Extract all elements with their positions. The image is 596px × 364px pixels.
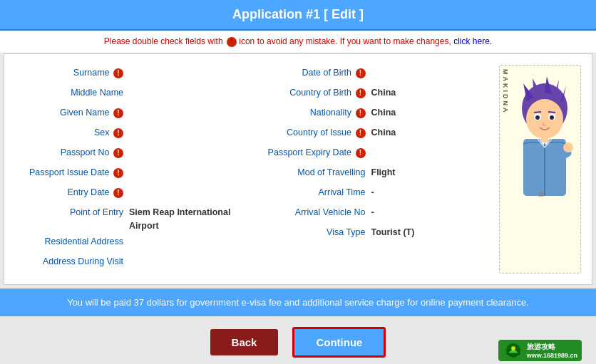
pointofentry-value: Siem Reap InternationalAirport (129, 206, 230, 233)
modoftravelling-value: Flight (371, 166, 396, 180)
nationality-row: Nationality ! China (257, 105, 493, 125)
svg-rect-14 (541, 135, 548, 142)
visatype-label: Visa Type (257, 226, 371, 239)
sex-label: Sex ! (15, 126, 129, 140)
middlename-row: Middle Name (15, 85, 250, 105)
visatype-row: Visa Type Tourist (T) (257, 224, 493, 244)
givenname-alert: ! (113, 108, 123, 118)
dob-row: Date of Birth ! (257, 65, 493, 85)
countryofbirth-alert: ! (356, 88, 366, 98)
dob-label: Date of Birth ! (257, 66, 371, 80)
svg-point-13 (563, 142, 573, 152)
entrydate-alert: ! (113, 188, 123, 198)
countryofissue-value: China (371, 126, 396, 140)
surname-label: Surname ! (15, 66, 129, 80)
countryofbirth-row: Country of Birth ! China (257, 85, 493, 105)
passportno-alert: ! (113, 148, 123, 158)
passportexpirydate-label: Passport Expiry Date ! (257, 146, 371, 160)
continue-button[interactable]: Continue (292, 327, 386, 358)
watermark-area: 旅游攻略 www.1681989.cn (498, 340, 582, 361)
svg-point-9 (535, 115, 540, 120)
arrivalvehicleno-value: - (371, 206, 374, 219)
passportissuedate-label: Passport Issue Date ! (15, 166, 129, 180)
countryofbirth-value: China (371, 86, 396, 100)
countryofbirth-label: Country of Birth ! (257, 86, 371, 100)
pointofentry-row: Point of Entry Siem Reap InternationalAi… (15, 204, 250, 234)
givenname-label: Given Name ! (15, 106, 129, 120)
photo-area: MAKIDNA (499, 65, 581, 274)
button-area: Back Continue 旅游攻略 www.1681989.cn (0, 316, 596, 364)
countryofissue-alert: ! (356, 128, 366, 138)
passport-photo-illustration: 旅游攻略 (505, 66, 580, 229)
main-form-area: Surname ! Middle Name Given Name ! Sex !… (4, 53, 592, 286)
middlename-label: Middle Name (15, 86, 129, 100)
entrydate-row: Entry Date ! (15, 184, 250, 204)
logo-icon (503, 343, 524, 358)
residentialaddress-row: Residential Address (15, 234, 250, 254)
notice-text-after: icon to avoid any mistake. If you want t… (239, 36, 451, 46)
notice-text-before: Please double check fields with (104, 36, 223, 46)
arrivaltime-label: Arrival Time (257, 186, 371, 199)
nationality-label: Nationality ! (257, 106, 371, 120)
countryofissue-label: Country of Issue ! (257, 126, 371, 140)
arrivaltime-value: - (371, 186, 374, 199)
residentialaddress-label: Residential Address (15, 235, 129, 249)
sex-alert: ! (113, 128, 123, 138)
notice-alert-icon: ! (227, 37, 237, 47)
pointofentry-label: Point of Entry (15, 206, 129, 219)
passportexpirydate-alert: ! (356, 148, 366, 158)
modoftravelling-label: Mod of Travelling (257, 166, 371, 180)
sex-row: Sex ! (15, 125, 250, 145)
photo-vertical-text: MAKIDNA (502, 69, 509, 115)
passportissuedate-row: Passport Issue Date ! (15, 165, 250, 184)
payment-notice: You will be paid 37 dollars for governme… (0, 288, 596, 316)
watermark-text: 旅游攻略 www.1681989.cn (527, 342, 577, 359)
right-column: Date of Birth ! Country of Birth ! China… (257, 65, 493, 274)
passportexpirydate-row: Passport Expiry Date ! (257, 145, 493, 165)
surname-alert: ! (113, 68, 123, 78)
nationality-value: China (371, 106, 396, 120)
visatype-value: Tourist (T) (371, 226, 415, 239)
page-wrapper: Application #1 [ Edit ] Please double ch… (0, 0, 596, 364)
entrydate-label: Entry Date ! (15, 186, 129, 199)
watermark-url: www.1681989.cn (527, 352, 577, 359)
notice-bar: Please double check fields with ! icon t… (0, 31, 596, 53)
page-title: Application #1 [ Edit ] (232, 7, 364, 21)
svg-point-1 (526, 99, 563, 139)
watermark-logo: 旅游攻略 www.1681989.cn (498, 340, 582, 361)
passportno-label: Passport No ! (15, 146, 129, 160)
nationality-alert: ! (356, 108, 366, 118)
addressduringvisit-row: Address During Visit (15, 254, 250, 274)
passportno-row: Passport No ! (15, 145, 250, 165)
dob-alert: ! (356, 68, 366, 78)
back-button[interactable]: Back (210, 329, 279, 355)
addressduringvisit-label: Address During Visit (15, 255, 129, 269)
surname-row: Surname ! (15, 65, 250, 85)
passportissuedate-alert: ! (113, 168, 123, 178)
page-header: Application #1 [ Edit ] (0, 0, 596, 31)
givenname-row: Given Name ! (15, 105, 250, 125)
arrivalvehicleno-row: Arrival Vehicle No - (257, 204, 493, 224)
payment-notice-text: You will be paid 37 dollars for governme… (67, 297, 529, 308)
arrivalvehicleno-label: Arrival Vehicle No (257, 206, 371, 219)
svg-point-17 (511, 346, 515, 350)
click-here-link[interactable]: click here. (453, 36, 492, 46)
left-column: Surname ! Middle Name Given Name ! Sex !… (15, 65, 250, 274)
modoftravelling-row: Mod of Travelling Flight (257, 165, 493, 184)
svg-point-10 (550, 115, 554, 120)
countryofissue-row: Country of Issue ! China (257, 125, 493, 145)
arrivaltime-row: Arrival Time - (257, 184, 493, 204)
watermark-brand: 旅游攻略 (527, 342, 577, 352)
